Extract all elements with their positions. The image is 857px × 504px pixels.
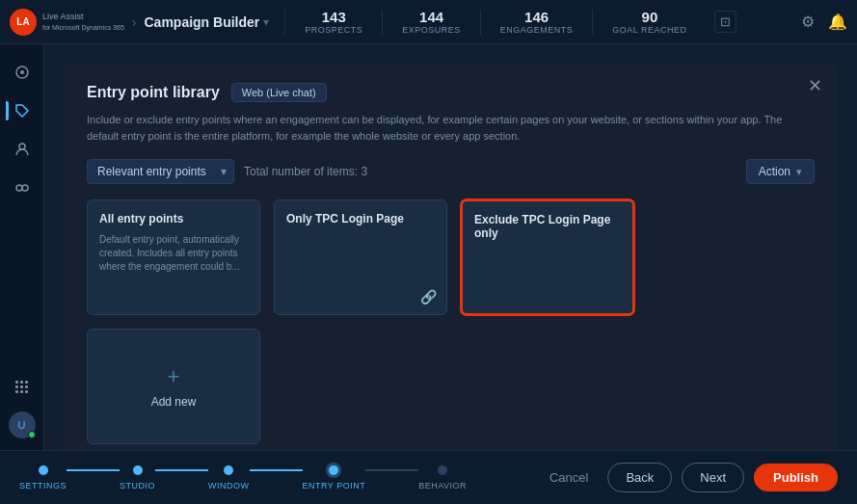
entry-points-dropdown[interactable]: Relevant entry points (87, 159, 234, 184)
add-new-card[interactable]: + Add new (87, 329, 260, 444)
svg-rect-9 (20, 385, 23, 388)
sidebar-item-grid[interactable] (6, 371, 39, 404)
sidebar-bottom: U (6, 371, 39, 450)
topbar-right: ⚙ 🔔 (801, 13, 847, 31)
step-dot-entry-point (329, 465, 338, 475)
sidebar-item-home[interactable] (6, 56, 39, 89)
link-icon: 🔗 (420, 289, 437, 305)
stats-area: 143 PROSPECTS 144 EXPOSURES 146 ENGAGEME… (284, 9, 736, 35)
toolbar: Relevant entry points Total number of it… (87, 159, 815, 184)
svg-point-1 (20, 70, 24, 74)
step-entry-point: ENTRY POINT (303, 465, 366, 491)
step-dot-window (224, 465, 233, 475)
dropdown-wrapper: Relevant entry points (87, 159, 234, 184)
close-button[interactable]: ✕ (808, 77, 822, 94)
svg-rect-8 (15, 385, 18, 388)
step-dot-studio (133, 465, 143, 475)
cards-grid: All entry points Default entry point, au… (87, 199, 815, 444)
step-studio: STUDIO (120, 465, 155, 491)
stat-divider-4 (592, 10, 593, 35)
stat-divider-3 (480, 10, 481, 35)
logo-area: LA Live Assist for Microsoft Dynamics 36… (10, 9, 124, 36)
svg-rect-13 (25, 390, 28, 393)
svg-rect-7 (25, 381, 28, 384)
step-connector-4 (365, 469, 418, 471)
step-connector-3 (250, 469, 303, 471)
sidebar-item-user[interactable] (6, 133, 39, 166)
svg-point-3 (16, 185, 22, 191)
expand-icon[interactable]: ⊡ (714, 11, 736, 33)
toolbar-left: Relevant entry points Total number of it… (87, 159, 367, 184)
card-only-tpc[interactable]: Only TPC Login Page 🔗 (274, 199, 447, 315)
svg-rect-5 (15, 381, 18, 384)
step-settings: SETTINGS (19, 465, 67, 491)
svg-rect-12 (20, 390, 23, 393)
bottom-bar: SETTINGS STUDIO WINDOW ENTRY POINT BEHAV… (0, 450, 857, 504)
settings-icon[interactable]: ⚙ (801, 13, 815, 31)
modal-title: Entry point library (87, 84, 220, 101)
step-connector-2 (155, 469, 208, 471)
back-button[interactable]: Back (607, 463, 672, 492)
stat-goal-reached: 90 GOAL REACHED (612, 9, 686, 35)
breadcrumb-separator: › (132, 14, 137, 30)
step-label-entry-point: ENTRY POINT (303, 481, 366, 491)
step-label-settings: SETTINGS (19, 481, 67, 491)
card-exclude-tpc[interactable]: Exclude TPC Login Page only (461, 199, 634, 315)
stat-engagements: 146 ENGAGEMENTS (500, 9, 574, 35)
svg-rect-6 (20, 381, 23, 384)
step-label-studio: STUDIO (120, 481, 155, 491)
topbar: LA Live Assist for Microsoft Dynamics 36… (0, 0, 857, 44)
modal-panel: ✕ Entry point library Web (Live chat) In… (64, 64, 838, 450)
campaign-title: Campaign Builder (144, 14, 259, 30)
action-button[interactable]: Action (746, 159, 815, 184)
step-connector-1 (67, 469, 120, 471)
chevron-down-icon: ▾ (263, 15, 269, 29)
modal-description: Include or exclude entry points where an… (87, 112, 815, 144)
tab-badge[interactable]: Web (Live chat) (231, 83, 327, 102)
stat-exposures: 144 EXPOSURES (402, 9, 461, 35)
bell-icon[interactable]: 🔔 (828, 13, 847, 31)
svg-point-4 (22, 185, 28, 191)
logo-text: Live Assist for Microsoft Dynamics 365 (42, 12, 124, 33)
step-label-behavior: BEHAVIOR (418, 481, 467, 491)
stepper: SETTINGS STUDIO WINDOW ENTRY POINT BEHAV… (19, 465, 467, 491)
svg-rect-11 (15, 390, 18, 393)
card-all-entry-points[interactable]: All entry points Default entry point, au… (87, 199, 260, 315)
step-behavior: BEHAVIOR (418, 465, 467, 491)
logo-icon: LA (10, 9, 37, 36)
avatar[interactable]: U (9, 411, 36, 438)
sidebar-item-tag[interactable] (6, 94, 39, 127)
sidebar-item-link[interactable] (6, 172, 39, 204)
content-area: ✕ Entry point library Web (Live chat) In… (44, 44, 857, 450)
total-items-label: Total number of items: 3 (244, 165, 367, 178)
cancel-button[interactable]: Cancel (540, 464, 598, 491)
stat-divider-2 (382, 10, 383, 35)
next-button[interactable]: Next (682, 463, 744, 492)
bottom-actions: Cancel Back Next Publish (540, 463, 838, 492)
modal-header: Entry point library Web (Live chat) (87, 83, 815, 102)
svg-point-2 (19, 144, 25, 149)
online-status-dot (28, 431, 36, 438)
stat-divider (284, 10, 285, 35)
plus-icon: + (168, 364, 180, 389)
sidebar: U (0, 44, 44, 450)
step-dot-behavior (438, 465, 447, 475)
step-dot-settings (39, 465, 48, 475)
stat-prospects: 143 PROSPECTS (305, 9, 362, 35)
publish-button[interactable]: Publish (754, 464, 838, 491)
step-window: WINDOW (208, 465, 250, 491)
step-label-window: WINDOW (208, 481, 250, 491)
main-layout: U ✕ Entry point library Web (Live chat) … (0, 44, 857, 450)
svg-rect-10 (25, 385, 28, 388)
